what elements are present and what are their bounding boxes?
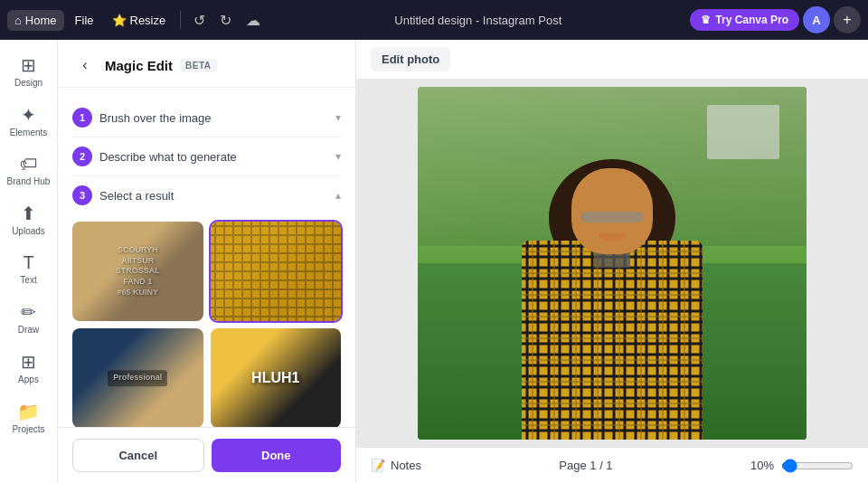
try-canva-pro-button[interactable]: ♛ Try Canva Pro xyxy=(690,9,799,31)
thumb-1-text: SCOURYHAIITSURSTROSSALFAND 1#65 KUINY xyxy=(116,245,160,298)
icon-sidebar: ⊞ Design ✦ Elements 🏷 Brand Hub ⬆ Upload… xyxy=(0,40,58,483)
text-icon: T xyxy=(23,252,33,273)
canvas-image xyxy=(418,87,807,440)
notes-label: Notes xyxy=(391,459,421,472)
design-icon: ⊞ xyxy=(21,54,36,76)
sidebar-label-design: Design xyxy=(14,78,42,88)
svg-rect-5 xyxy=(211,222,342,321)
step-2-chevron: ▾ xyxy=(335,150,341,163)
projects-icon: 📁 xyxy=(17,401,40,422)
crown-icon: ♛ xyxy=(701,14,711,26)
step-1-chevron: ▾ xyxy=(335,111,341,124)
zoom-slider[interactable] xyxy=(781,459,854,473)
results-grid: SCOURYHAIITSURSTROSSALFAND 1#65 KUINY xyxy=(72,222,341,427)
result-thumb-2[interactable] xyxy=(211,222,342,321)
resize-label: Resize xyxy=(130,14,166,27)
sidebar-item-design[interactable]: ⊞ Design xyxy=(0,47,57,95)
sidebar-label-elements: Elements xyxy=(10,128,48,137)
page-info: Page 1 / 1 xyxy=(559,459,612,472)
results-section: SCOURYHAIITSURSTROSSALFAND 1#65 KUINY xyxy=(72,222,341,427)
notes-icon: 📝 xyxy=(371,459,385,472)
sidebar-item-text[interactable]: T Text xyxy=(0,245,57,292)
draw-icon: ✏ xyxy=(21,301,36,323)
step-3-chevron-up: ▴ xyxy=(335,189,341,202)
sidebar-label-draw: Draw xyxy=(18,325,39,335)
avatar[interactable]: A xyxy=(803,6,830,33)
step-1-left: 1 Brush over the image xyxy=(72,108,212,128)
panel-content: 1 Brush over the image ▾ 2 Describe what… xyxy=(58,88,355,427)
step-2-left: 2 Describe what to generate xyxy=(72,147,237,166)
apps-icon: ⊞ xyxy=(21,351,36,373)
sidebar-item-elements[interactable]: ✦ Elements xyxy=(0,97,57,145)
notes-button[interactable]: 📝 Notes xyxy=(371,459,421,472)
elements-icon: ✦ xyxy=(21,104,36,126)
resize-button[interactable]: ⭐ Resize xyxy=(105,10,174,31)
result-thumb-1[interactable]: SCOURYHAIITSURSTROSSALFAND 1#65 KUINY xyxy=(72,222,203,321)
canvas-bottom: 📝 Notes Page 1 / 1 10% xyxy=(356,447,868,483)
redo-button[interactable]: ↻ xyxy=(214,8,237,33)
step-3-label: Select a result xyxy=(99,189,174,203)
canvas-toolbar: Edit photo xyxy=(356,40,868,80)
cloud-save-button[interactable]: ☁ xyxy=(241,8,266,33)
done-button[interactable]: Done xyxy=(212,439,342,472)
sidebar-item-apps[interactable]: ⊞ Apps xyxy=(0,344,57,392)
zoom-control: 10% xyxy=(750,459,854,473)
divider-1 xyxy=(180,11,181,29)
cancel-button[interactable]: Cancel xyxy=(72,439,204,472)
brand-hub-icon: 🏷 xyxy=(20,154,38,175)
canvas-content[interactable] xyxy=(356,80,868,447)
thumb-4-text: HLUH1 xyxy=(251,369,299,388)
step-3-row[interactable]: 3 Select a result ▴ xyxy=(72,176,341,214)
step-1-label: Brush over the image xyxy=(99,111,212,125)
undo-button[interactable]: ↺ xyxy=(188,8,211,33)
panel-title: Magic Edit xyxy=(105,58,173,73)
canvas-area: Edit photo xyxy=(356,40,868,483)
uploads-icon: ⬆ xyxy=(21,203,36,224)
magic-edit-panel: ‹ Magic Edit BETA 1 Brush over the image… xyxy=(58,40,356,483)
result-thumb-3[interactable]: Professional xyxy=(72,328,203,427)
step-2-label: Describe what to generate xyxy=(99,150,237,164)
home-button[interactable]: ⌂ Home xyxy=(7,10,64,31)
edit-photo-tab[interactable]: Edit photo xyxy=(371,47,450,71)
panel-footer: Cancel Done xyxy=(58,427,355,483)
panel-header: ‹ Magic Edit BETA xyxy=(58,40,355,88)
sidebar-label-apps: Apps xyxy=(18,374,39,384)
step-1-number: 1 xyxy=(72,108,92,128)
thumb-3-text: Professional xyxy=(108,370,167,386)
home-label: Home xyxy=(25,14,57,27)
zoom-level: 10% xyxy=(750,459,774,472)
beta-badge: BETA xyxy=(180,59,216,72)
sidebar-label-uploads: Uploads xyxy=(12,226,45,236)
step-2-row[interactable]: 2 Describe what to generate ▾ xyxy=(72,137,341,175)
svg-rect-13 xyxy=(522,241,703,440)
result-thumb-4[interactable]: HLUH1 xyxy=(211,328,342,427)
step-1-row[interactable]: 1 Brush over the image ▾ xyxy=(72,99,341,137)
sidebar-item-brand-hub[interactable]: 🏷 Brand Hub xyxy=(0,147,57,194)
file-label: File xyxy=(75,14,94,27)
try-pro-label: Try Canva Pro xyxy=(715,14,788,26)
sidebar-item-uploads[interactable]: ⬆ Uploads xyxy=(0,195,57,243)
sidebar-item-draw[interactable]: ✏ Draw xyxy=(0,294,57,342)
sidebar-label-projects: Projects xyxy=(12,424,44,434)
sidebar-label-text: Text xyxy=(20,275,36,285)
step-3-number: 3 xyxy=(72,185,92,205)
step-2-number: 2 xyxy=(72,147,92,166)
sidebar-label-brand-hub: Brand Hub xyxy=(7,176,51,186)
file-button[interactable]: File xyxy=(68,10,101,31)
star-icon: ⭐ xyxy=(112,14,127,27)
sidebar-item-projects[interactable]: 📁 Projects xyxy=(0,393,57,441)
topbar: ⌂ Home File ⭐ Resize ↺ ↻ ☁ Untitled desi… xyxy=(0,0,868,40)
add-button[interactable]: + xyxy=(834,6,861,33)
main-layout: ⊞ Design ✦ Elements 🏷 Brand Hub ⬆ Upload… xyxy=(0,40,868,483)
document-title: Untitled design - Instagram Post xyxy=(394,14,561,27)
step-3-left: 3 Select a result xyxy=(72,185,174,205)
home-icon: ⌂ xyxy=(14,14,22,27)
panel-back-button[interactable]: ‹ xyxy=(72,52,98,78)
